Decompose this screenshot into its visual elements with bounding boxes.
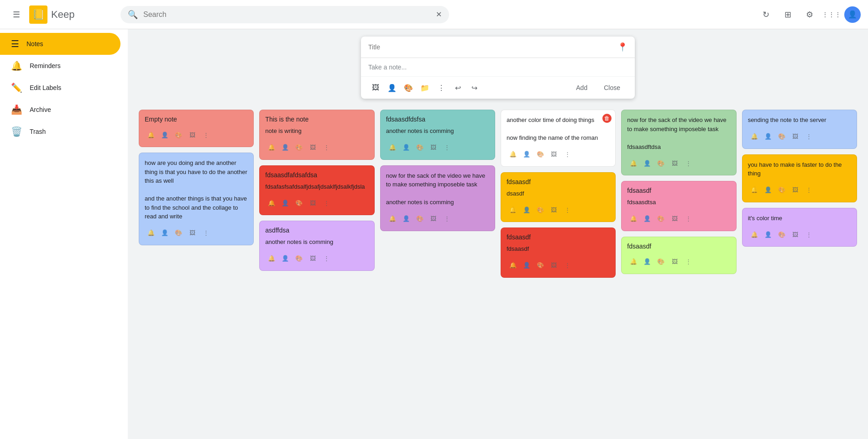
card-color-icon[interactable]: 🎨 xyxy=(413,141,426,154)
note-card[interactable]: 🗑another color time of doing thingsnow f… xyxy=(501,110,616,167)
note-card[interactable]: now for the sack of the video we have to… xyxy=(380,165,495,231)
card-image-icon[interactable]: 🖼 xyxy=(427,212,440,225)
note-card[interactable]: asdffdsaanother notes is comming 🔔 👤 🎨 🖼… xyxy=(259,221,374,271)
menu-icon[interactable]: ☰ xyxy=(7,5,26,24)
note-card[interactable]: fdsaasdfafdsafdsafdsafasfsafdsalfjdsafjd… xyxy=(259,165,374,216)
card-bell-icon[interactable]: 🔔 xyxy=(386,212,399,225)
card-color-icon[interactable]: 🎨 xyxy=(775,184,788,196)
card-bell-icon[interactable]: 🔔 xyxy=(145,128,157,141)
card-collaborator-icon[interactable]: 👤 xyxy=(400,141,413,154)
card-image-icon[interactable]: 🖼 xyxy=(427,141,440,154)
card-bell-icon[interactable]: 🔔 xyxy=(145,227,157,239)
card-collaborator-icon[interactable]: 👤 xyxy=(279,141,292,154)
card-bell-icon[interactable]: 🔔 xyxy=(507,203,519,216)
card-image-icon[interactable]: 🖼 xyxy=(306,141,319,154)
sidebar-item-trash[interactable]: 🗑️ Trash xyxy=(0,121,120,143)
note-card[interactable]: sending the note to the server 🔔 👤 🎨 🖼 ⋮ xyxy=(742,110,857,149)
more-action[interactable]: ⋮ xyxy=(434,80,449,95)
card-color-icon[interactable]: 🎨 xyxy=(775,130,788,143)
redo-action[interactable]: ↪ xyxy=(467,80,481,95)
note-card[interactable]: This is the notenote is writing 🔔 👤 🎨 🖼 … xyxy=(259,110,374,160)
card-more-icon[interactable]: ⋮ xyxy=(199,128,212,141)
delete-badge[interactable]: 🗑 xyxy=(602,114,612,123)
note-card[interactable]: you have to make is faster to do the thi… xyxy=(742,154,857,202)
card-bell-icon[interactable]: 🔔 xyxy=(386,141,399,154)
change-color-action[interactable]: 🎨 xyxy=(401,80,416,95)
card-more-icon[interactable]: ⋮ xyxy=(561,148,574,161)
card-collaborator-icon[interactable]: 👤 xyxy=(520,203,533,216)
card-image-icon[interactable]: 🖼 xyxy=(668,157,681,169)
card-collaborator-icon[interactable]: 👤 xyxy=(158,227,171,239)
card-color-icon[interactable]: 🎨 xyxy=(654,157,667,169)
card-color-icon[interactable]: 🎨 xyxy=(293,196,305,209)
card-image-icon[interactable]: 🖼 xyxy=(306,196,319,209)
card-color-icon[interactable]: 🎨 xyxy=(172,128,185,141)
card-color-icon[interactable]: 🎨 xyxy=(293,252,305,265)
card-bell-icon[interactable]: 🔔 xyxy=(507,259,519,272)
card-more-icon[interactable]: ⋮ xyxy=(682,212,695,225)
card-more-icon[interactable]: ⋮ xyxy=(682,157,695,169)
card-bell-icon[interactable]: 🔔 xyxy=(507,148,519,161)
note-card[interactable]: how are you doing and the another thing … xyxy=(139,153,254,245)
card-bell-icon[interactable]: 🔔 xyxy=(627,212,640,225)
card-image-icon[interactable]: 🖼 xyxy=(789,184,802,196)
card-image-icon[interactable]: 🖼 xyxy=(548,259,560,272)
card-collaborator-icon[interactable]: 👤 xyxy=(520,259,533,272)
card-bell-icon[interactable]: 🔔 xyxy=(265,196,278,209)
settings-icon[interactable]: ⚙ xyxy=(800,5,819,24)
note-card[interactable]: fdsaasdffdsaasdf 🔔 👤 🎨 🖼 ⋮ xyxy=(501,227,616,278)
close-button[interactable]: Close xyxy=(596,81,627,94)
note-body-input[interactable]: Take a note... xyxy=(361,58,635,76)
card-more-icon[interactable]: ⋮ xyxy=(441,212,454,225)
card-collaborator-icon[interactable]: 👤 xyxy=(158,128,171,141)
card-more-icon[interactable]: ⋮ xyxy=(320,141,333,154)
card-color-icon[interactable]: 🎨 xyxy=(534,203,547,216)
card-more-icon[interactable]: ⋮ xyxy=(441,141,454,154)
note-card[interactable]: fdsaasdf 🔔 👤 🎨 🖼 ⋮ xyxy=(621,237,736,274)
card-bell-icon[interactable]: 🔔 xyxy=(265,141,278,154)
note-card[interactable]: Empty note 🔔 👤 🎨 🖼 ⋮ xyxy=(139,110,254,147)
note-card[interactable]: it's color time 🔔 👤 🎨 🖼 ⋮ xyxy=(742,208,857,247)
card-more-icon[interactable]: ⋮ xyxy=(803,130,816,143)
search-clear-icon[interactable]: ✕ xyxy=(436,10,442,19)
card-bell-icon[interactable]: 🔔 xyxy=(748,130,761,143)
add-image-action[interactable]: 🖼 xyxy=(368,80,383,95)
card-more-icon[interactable]: ⋮ xyxy=(199,227,212,239)
undo-action[interactable]: ↩ xyxy=(450,80,465,95)
note-card[interactable]: fdsaasdfdsfsaanother notes is comming 🔔 … xyxy=(380,110,495,160)
note-card[interactable]: fdsaasdfdsasdf 🔔 👤 🎨 🖼 ⋮ xyxy=(501,172,616,222)
note-card[interactable]: fdsaasdffdsaasdtsa 🔔 👤 🎨 🖼 ⋮ xyxy=(621,181,736,231)
card-collaborator-icon[interactable]: 👤 xyxy=(762,184,774,196)
card-image-icon[interactable]: 🖼 xyxy=(668,255,681,268)
card-more-icon[interactable]: ⋮ xyxy=(561,203,574,216)
sidebar-item-archive[interactable]: 📥 Archive xyxy=(0,99,120,121)
card-collaborator-icon[interactable]: 👤 xyxy=(279,252,292,265)
card-bell-icon[interactable]: 🔔 xyxy=(748,228,761,241)
sidebar-item-edit-labels[interactable]: ✏️ Edit Labels xyxy=(0,77,120,99)
card-collaborator-icon[interactable]: 👤 xyxy=(641,255,654,268)
card-collaborator-icon[interactable]: 👤 xyxy=(400,212,413,225)
avatar[interactable]: 👤 xyxy=(844,6,861,23)
card-more-icon[interactable]: ⋮ xyxy=(320,196,333,209)
card-collaborator-icon[interactable]: 👤 xyxy=(520,148,533,161)
note-title-input[interactable] xyxy=(368,43,617,51)
card-image-icon[interactable]: 🖼 xyxy=(548,203,560,216)
refresh-icon[interactable]: ↻ xyxy=(757,5,775,24)
card-collaborator-icon[interactable]: 👤 xyxy=(279,196,292,209)
card-bell-icon[interactable]: 🔔 xyxy=(627,255,640,268)
sidebar-item-reminders[interactable]: 🔔 Reminders xyxy=(0,55,120,77)
card-color-icon[interactable]: 🎨 xyxy=(413,212,426,225)
add-archive-action[interactable]: 📁 xyxy=(418,80,432,95)
card-more-icon[interactable]: ⋮ xyxy=(682,255,695,268)
card-image-icon[interactable]: 🖼 xyxy=(548,148,560,161)
card-color-icon[interactable]: 🎨 xyxy=(654,255,667,268)
grid-view-icon[interactable]: ⊞ xyxy=(779,5,797,24)
card-color-icon[interactable]: 🎨 xyxy=(534,148,547,161)
sidebar-item-notes[interactable]: ☰ Notes xyxy=(0,33,120,55)
card-more-icon[interactable]: ⋮ xyxy=(320,252,333,265)
card-bell-icon[interactable]: 🔔 xyxy=(748,184,761,196)
note-card[interactable]: now for the sack of the video we have to… xyxy=(621,110,736,175)
card-color-icon[interactable]: 🎨 xyxy=(654,212,667,225)
card-collaborator-icon[interactable]: 👤 xyxy=(762,228,774,241)
search-input[interactable] xyxy=(143,11,430,19)
